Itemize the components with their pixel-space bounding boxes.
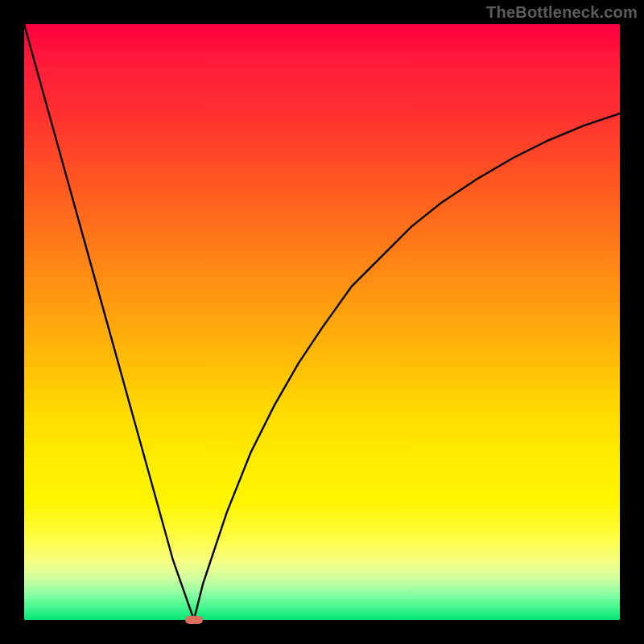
curve-svg: [24, 24, 620, 620]
watermark-text: TheBottleneck.com: [486, 3, 638, 22]
plot-area: [24, 24, 620, 620]
curve-path: [24, 24, 620, 620]
min-marker: [185, 616, 203, 624]
chart-frame: TheBottleneck.com: [0, 0, 644, 644]
